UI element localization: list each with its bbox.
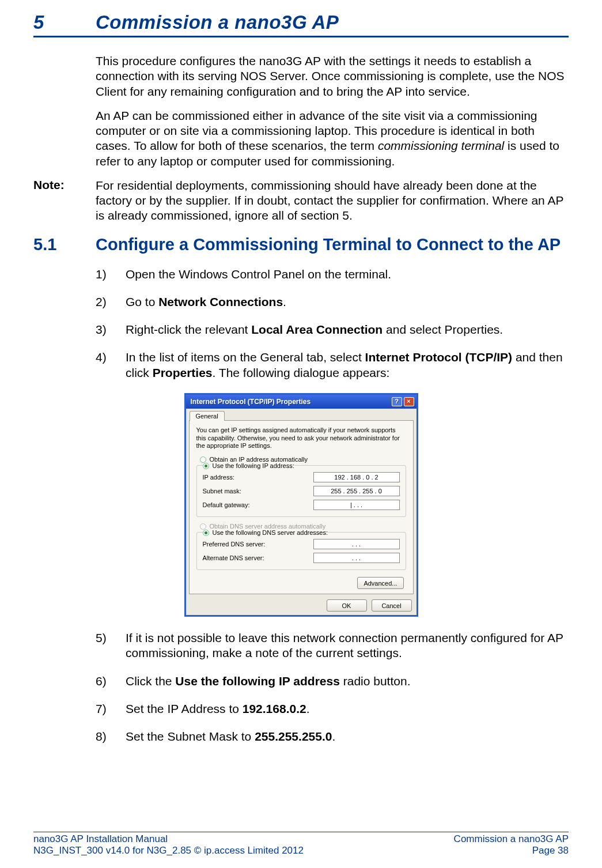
dialog-titlebar[interactable]: Internet Protocol (TCP/IP) Properties ? … bbox=[186, 395, 417, 409]
paragraph-2: An AP can be commissioned either in adva… bbox=[96, 108, 569, 169]
footer-manual-title: nano3G AP Installation Manual bbox=[33, 833, 304, 845]
radio-use-dns[interactable]: Use the following DNS server addresses: bbox=[203, 528, 328, 537]
step-6: 6) Click the Use the following IP addres… bbox=[96, 674, 569, 689]
step-7: 7) Set the IP Address to 192.168.0.2. bbox=[96, 701, 569, 716]
ok-button[interactable]: OK bbox=[327, 599, 367, 612]
step-1: 1) Open the Windows Control Panel on the… bbox=[96, 267, 569, 282]
step-3: 3) Right-click the relevant Local Area C… bbox=[96, 322, 569, 337]
paragraph-1: This procedure configures the nano3G AP … bbox=[96, 54, 569, 99]
input-preferred-dns[interactable]: . . . bbox=[313, 539, 400, 549]
radio-icon bbox=[200, 523, 206, 530]
advanced-button[interactable]: Advanced... bbox=[357, 577, 403, 589]
step-5: 5) If it is not possible to leave this n… bbox=[96, 631, 569, 661]
footer-copyright: N3G_INST_300 v14.0 for N3G_2.85 © ip.acc… bbox=[33, 845, 304, 856]
chapter-header: 5 Commission a nano3G AP bbox=[33, 12, 569, 37]
label-default-gateway: Default gateway: bbox=[203, 501, 250, 508]
chapter-title: Commission a nano3G AP bbox=[96, 12, 339, 33]
note-label: Note: bbox=[33, 178, 96, 224]
input-default-gateway[interactable]: | . . . bbox=[313, 500, 400, 510]
radio-icon bbox=[203, 530, 209, 536]
radio-icon bbox=[200, 456, 206, 463]
ip-field-group: Use the following IP address: IP address… bbox=[196, 465, 406, 517]
input-ip-address[interactable]: 192 . 168 . 0 . 2 bbox=[313, 472, 400, 482]
step-8: 8) Set the Subnet Mask to 255.255.255.0. bbox=[96, 729, 569, 744]
input-alternate-dns[interactable]: . . . bbox=[313, 553, 400, 563]
page-footer: nano3G AP Installation Manual N3G_INST_3… bbox=[33, 832, 569, 856]
tcpip-properties-dialog: Internet Protocol (TCP/IP) Properties ? … bbox=[184, 393, 418, 617]
cancel-button[interactable]: Cancel bbox=[372, 599, 412, 612]
step-4: 4) In the list of items on the General t… bbox=[96, 350, 569, 380]
note-block: Note: For residential deployments, commi… bbox=[33, 178, 569, 224]
note-text: For residential deployments, commissioni… bbox=[96, 178, 569, 224]
section-number: 5.1 bbox=[33, 235, 96, 254]
dialog-title: Internet Protocol (TCP/IP) Properties bbox=[191, 398, 311, 406]
radio-icon bbox=[203, 463, 209, 469]
dialog-help-text: You can get IP settings assigned automat… bbox=[196, 427, 406, 450]
footer-page-number: Page 38 bbox=[454, 845, 569, 856]
input-subnet-mask[interactable]: 255 . 255 . 255 . 0 bbox=[313, 486, 400, 496]
footer-chapter-title: Commission a nano3G AP bbox=[454, 833, 569, 845]
label-ip-address: IP address: bbox=[203, 474, 234, 481]
section-title: Configure a Commissioning Terminal to Co… bbox=[96, 235, 561, 254]
radio-use-ip[interactable]: Use the following IP address: bbox=[203, 461, 294, 470]
help-icon[interactable]: ? bbox=[392, 397, 402, 406]
commissioning-terminal-term: commissioning terminal bbox=[378, 139, 504, 152]
step-2: 2) Go to Network Connections. bbox=[96, 295, 569, 310]
tab-general[interactable]: General bbox=[190, 411, 225, 421]
label-subnet-mask: Subnet mask: bbox=[203, 488, 241, 495]
section-header: 5.1 Configure a Commissioning Terminal t… bbox=[33, 235, 569, 254]
label-alternate-dns: Alternate DNS server: bbox=[203, 554, 264, 561]
chapter-number: 5 bbox=[33, 12, 96, 33]
dns-field-group: Use the following DNS server addresses: … bbox=[196, 532, 406, 570]
label-preferred-dns: Preferred DNS server: bbox=[203, 541, 266, 548]
close-icon[interactable]: × bbox=[404, 397, 414, 406]
